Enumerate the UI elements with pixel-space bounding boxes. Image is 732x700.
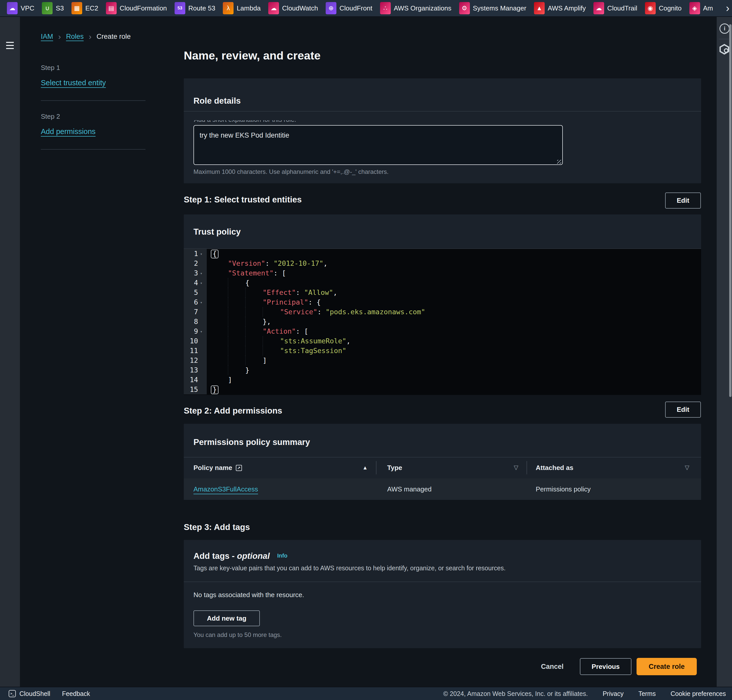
breadcrumb-current: Create role	[97, 33, 131, 41]
breadcrumb-iam-link[interactable]: IAM	[41, 33, 53, 41]
external-link-icon: ↗	[236, 465, 242, 471]
permissions-summary-panel: Permissions policy summary Policy name ↗…	[184, 424, 701, 500]
step-link-select-trusted-entity[interactable]: Select trusted entity	[41, 79, 106, 87]
role-details-header: Role details	[194, 96, 241, 106]
policy-name-link[interactable]: AmazonS3FullAccess	[194, 485, 258, 493]
favorite-ec2[interactable]: ▦EC2	[68, 0, 102, 16]
step-link-add-permissions[interactable]: Add permissions	[41, 127, 96, 136]
code-line-8: 8},	[184, 317, 701, 326]
divider	[184, 111, 701, 112]
line-number: 5	[184, 288, 200, 297]
code-content: "Principal": {	[207, 297, 701, 307]
description-label-clipped: Add a short explanation for this role.	[194, 120, 296, 123]
favorite-cloudformation[interactable]: ▤CloudFormation	[102, 0, 171, 16]
gutter-spacer	[200, 346, 207, 356]
create-role-button[interactable]: Create role	[636, 658, 697, 675]
fold-caret-icon[interactable]: ▾	[200, 297, 207, 307]
rail-divider	[719, 39, 730, 39]
code-content: {	[207, 278, 701, 288]
favorite-label: S3	[56, 4, 64, 12]
main-content: Name, review, and create Role details Ad…	[184, 0, 701, 700]
code-line-10: 10"sts:AssumeRole",	[184, 336, 701, 346]
wizard-actions: Cancel Previous Create role	[184, 657, 697, 675]
cloudshell-terminal-icon: >_	[9, 690, 16, 697]
favorite-label: Am	[703, 4, 713, 12]
gutter-spacer	[200, 385, 207, 394]
code-content: "sts:TagSession"	[207, 346, 701, 356]
edit-trusted-entities-button[interactable]: Edit	[665, 193, 701, 209]
code-line-4: 4▾{	[184, 278, 701, 288]
step-label: Step 2	[41, 113, 146, 120]
gutter-spacer	[200, 375, 207, 385]
sidebar-menu-button[interactable]	[6, 42, 14, 51]
gutter-spacer	[200, 288, 207, 297]
breadcrumb-roles-link[interactable]: Roles	[66, 33, 84, 41]
page-title: Name, review, and create	[184, 49, 320, 62]
terms-link[interactable]: Terms	[638, 690, 656, 697]
line-number: 10	[184, 336, 200, 346]
trust-policy-code-editor[interactable]: 1▾{2"Version": "2012-10-17",3▾"Statement…	[184, 249, 701, 395]
code-content: }	[207, 365, 701, 375]
textarea-resize-handle-icon[interactable]	[557, 160, 561, 164]
topbar-overflow-chevron-icon[interactable]: ›	[724, 0, 732, 16]
role-details-panel: Role details Add a short explanation for…	[184, 78, 701, 183]
tag-limit-text: You can add up to 50 more tags.	[194, 631, 282, 638]
sort-ascending-icon[interactable]: ▲	[362, 465, 368, 471]
line-number: 1	[184, 249, 200, 259]
code-line-12: 12]	[184, 356, 701, 365]
line-number: 6	[184, 297, 200, 307]
s3-icon: ∪	[42, 2, 53, 14]
feedback-link[interactable]: Feedback	[62, 690, 90, 697]
role-description-input[interactable]: try the new EKS Pod Identitie	[194, 125, 563, 165]
add-new-tag-button[interactable]: Add new tag	[194, 610, 260, 626]
divider	[184, 457, 701, 457]
code-content: ]	[207, 375, 701, 385]
info-link[interactable]: Info	[277, 553, 287, 559]
add-tags-panel: Add tags - optional Info Tags are key-va…	[184, 540, 701, 648]
code-content: "Statement": [	[207, 268, 701, 278]
amazon-q-icon[interactable]	[719, 44, 729, 54]
code-line-1: 1▾{	[184, 249, 701, 259]
line-number: 11	[184, 346, 200, 356]
code-content: "sts:AssumeRole",	[207, 336, 701, 346]
info-icon[interactable]: i	[719, 24, 730, 34]
line-number: 4	[184, 278, 200, 288]
column-separator	[526, 461, 527, 474]
console-footer: >_ CloudShell Feedback © 2024, Amazon We…	[0, 687, 732, 700]
column-header-type[interactable]: Type	[387, 464, 402, 472]
line-number: 15	[184, 385, 200, 394]
gutter-spacer	[200, 317, 207, 326]
edit-permissions-button[interactable]: Edit	[665, 401, 701, 418]
gutter-spacer	[200, 259, 207, 268]
column-header-policy-name[interactable]: Policy name ↗	[194, 464, 242, 472]
fold-caret-icon[interactable]: ▾	[200, 278, 207, 288]
code-line-7: 7"Service": "pods.eks.amazonaws.com"	[184, 307, 701, 317]
previous-button[interactable]: Previous	[580, 658, 631, 675]
line-number: 9	[184, 326, 200, 336]
cloudshell-button[interactable]: >_ CloudShell	[9, 690, 50, 697]
filter-icon[interactable]: ▽	[514, 464, 518, 471]
line-number: 8	[184, 317, 200, 326]
favorite-s3[interactable]: ∪S3	[38, 0, 68, 16]
cookie-preferences-link[interactable]: Cookie preferences	[670, 690, 726, 697]
column-header-attached-as[interactable]: Attached as	[536, 464, 573, 472]
fold-caret-icon[interactable]: ▾	[200, 249, 207, 259]
privacy-link[interactable]: Privacy	[603, 690, 623, 697]
fold-caret-icon[interactable]: ▾	[200, 268, 207, 278]
menu-icon	[6, 42, 14, 43]
step3-heading: Step 3: Add tags	[184, 522, 250, 532]
gutter-spacer	[200, 307, 207, 317]
gutter-spacer	[200, 365, 207, 375]
steps-navigation: Step 1Select trusted entityStep 2Add per…	[41, 64, 146, 161]
code-line-9: 9▾"Action": [	[184, 326, 701, 336]
code-line-13: 13}	[184, 365, 701, 375]
fold-caret-icon[interactable]: ▾	[200, 326, 207, 336]
cancel-button[interactable]: Cancel	[539, 662, 565, 671]
filter-icon[interactable]: ▽	[685, 464, 689, 471]
code-line-5: 5"Effect": "Allow",	[184, 288, 701, 297]
code-content: "Service": "pods.eks.amazonaws.com"	[207, 307, 701, 317]
favorite-vpc[interactable]: ☁VPC	[3, 0, 38, 16]
vertical-scrollbar[interactable]	[729, 24, 732, 397]
code-content: "Version": "2012-10-17",	[207, 259, 701, 268]
table-row: AmazonS3FullAccess AWS managed Permissio…	[184, 478, 701, 500]
